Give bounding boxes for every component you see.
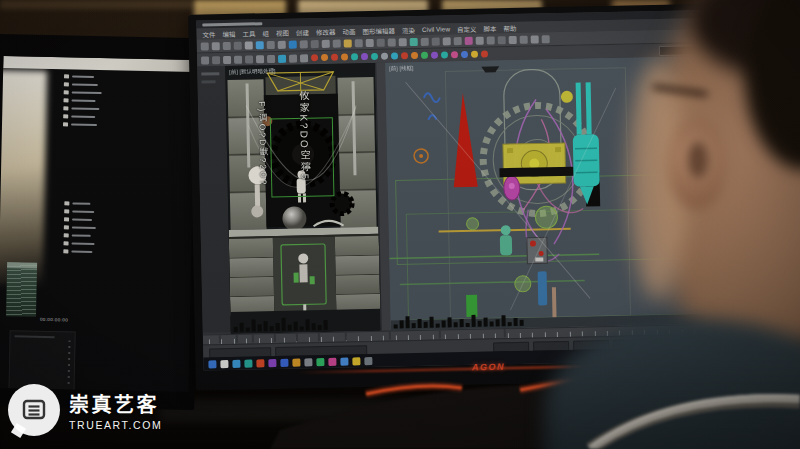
toolbar-icon[interactable] [300, 54, 308, 62]
menu-item[interactable]: 渲染 [402, 25, 415, 35]
bin-list-item[interactable] [63, 114, 109, 119]
toolbar-icon[interactable] [234, 41, 242, 49]
plugin-icon[interactable] [331, 54, 338, 61]
menu-item[interactable]: 图形编辑器 [362, 25, 395, 36]
plugin-icon[interactable] [461, 51, 468, 58]
keyframe-marker[interactable] [274, 334, 276, 342]
toolbar-icon[interactable] [212, 56, 220, 64]
menu-item[interactable]: Civil View [422, 25, 450, 33]
menu-item[interactable]: 编辑 [222, 28, 235, 38]
timeline-scrollbar[interactable] [68, 340, 71, 386]
bin-list-item[interactable] [64, 225, 108, 230]
toolbar-icon[interactable] [498, 36, 506, 44]
plugin-icon[interactable] [371, 53, 378, 60]
keyframe-marker[interactable] [252, 334, 254, 342]
toolbar-icon[interactable] [267, 54, 275, 62]
keyframe-marker[interactable] [438, 331, 440, 339]
toolbar-icon[interactable] [212, 42, 220, 50]
plugin-icon[interactable] [471, 51, 478, 58]
plugin-icon[interactable] [421, 52, 428, 59]
keyframe-marker[interactable] [389, 332, 391, 340]
bin-list-item[interactable] [64, 241, 108, 246]
keyframe-marker[interactable] [504, 329, 506, 337]
toolbar-icon[interactable] [531, 35, 539, 43]
toolbar-icon[interactable] [201, 42, 209, 50]
toolbar-icon[interactable] [410, 37, 418, 45]
toolbar-icon[interactable] [443, 37, 451, 45]
timeline-panel[interactable] [8, 330, 75, 392]
toolbar-icon[interactable] [223, 55, 231, 63]
bin-list-item[interactable] [64, 209, 108, 214]
toolbar-icon[interactable] [245, 55, 253, 63]
taskbar-icon[interactable] [244, 359, 252, 367]
toolbar-icon[interactable] [234, 55, 242, 63]
toolbar-icon[interactable] [311, 40, 319, 48]
taskbar-icon[interactable] [256, 359, 264, 367]
menu-item[interactable]: 组 [262, 28, 269, 38]
plugin-icon[interactable] [381, 53, 388, 60]
toolbar-icon[interactable] [267, 40, 275, 48]
menu-item[interactable]: 文件 [202, 29, 215, 39]
project-bin-list[interactable] [62, 74, 110, 187]
plugin-icon[interactable] [311, 54, 318, 61]
toolbar-icon[interactable] [322, 39, 330, 47]
bin-list-item[interactable] [64, 233, 108, 238]
viewport-label[interactable]: [前] [默认明暗处理] [229, 67, 275, 76]
menu-item[interactable]: 视图 [276, 27, 289, 37]
toolbar-icon[interactable] [201, 56, 209, 64]
panel-tab[interactable] [201, 72, 219, 75]
taskbar-icon[interactable] [208, 360, 216, 368]
taskbar-icon[interactable] [232, 359, 240, 367]
keyframe-marker[interactable] [219, 335, 221, 343]
viewport-label[interactable]: [前] [线框] [389, 64, 413, 73]
keyframe-marker[interactable] [296, 334, 298, 342]
bin-list-item[interactable] [63, 98, 109, 103]
toolbar-icon[interactable] [256, 41, 264, 49]
menu-item[interactable]: 动画 [342, 26, 355, 36]
toolbar-icon[interactable] [344, 39, 352, 47]
plugin-icon[interactable] [361, 53, 368, 60]
plugin-icon[interactable] [351, 53, 358, 60]
panel-tab[interactable] [201, 80, 215, 83]
toolbar-icon[interactable] [377, 38, 385, 46]
toolbar-icon[interactable] [399, 38, 407, 46]
menu-item[interactable]: 帮助 [503, 22, 516, 32]
bin-list-item[interactable] [64, 217, 108, 222]
keyframe-marker[interactable] [318, 333, 320, 341]
bin-list-item[interactable] [64, 201, 108, 206]
toolbar-icon[interactable] [388, 38, 396, 46]
menu-item[interactable]: 创建 [296, 27, 309, 37]
toolbar-icon[interactable] [465, 36, 473, 44]
toolbar-icon[interactable] [366, 38, 374, 46]
toolbar-icon[interactable] [278, 54, 286, 62]
toolbar-icon[interactable] [454, 37, 462, 45]
toolbar-icon[interactable] [487, 36, 495, 44]
toolbar-icon[interactable] [520, 35, 528, 43]
bin-list-item[interactable] [63, 106, 109, 111]
plugin-icon[interactable] [441, 51, 448, 58]
bin-list-item[interactable] [63, 249, 107, 254]
bin-list-item[interactable] [64, 82, 110, 87]
bin-list-item[interactable] [63, 122, 109, 127]
bin-list-item[interactable] [64, 74, 110, 79]
plugin-icon[interactable] [451, 51, 458, 58]
taskbar-icon[interactable] [220, 360, 228, 368]
project-bin-list[interactable] [62, 201, 108, 302]
toolbar-icon[interactable] [509, 35, 517, 43]
menu-item[interactable]: 工具 [242, 28, 255, 38]
plugin-icon[interactable] [401, 52, 408, 59]
toolbar-icon[interactable] [355, 39, 363, 47]
toolbar-icon[interactable] [256, 55, 264, 63]
toolbar-icon[interactable] [289, 40, 297, 48]
plugin-icon[interactable] [341, 53, 348, 60]
toolbar-icon[interactable] [289, 54, 297, 62]
viewport-shaded[interactable]: [前] [默认明暗处理] [225, 63, 381, 334]
menu-item[interactable]: 修改器 [316, 26, 336, 36]
toolbar-icon[interactable] [421, 37, 429, 45]
plugin-icon[interactable] [391, 52, 398, 59]
plugin-icon[interactable] [321, 54, 328, 61]
toolbar-icon[interactable] [476, 36, 484, 44]
plugin-icon[interactable] [481, 51, 488, 58]
toolbar-icon[interactable] [223, 41, 231, 49]
menu-item[interactable]: 自定义 [457, 23, 477, 33]
